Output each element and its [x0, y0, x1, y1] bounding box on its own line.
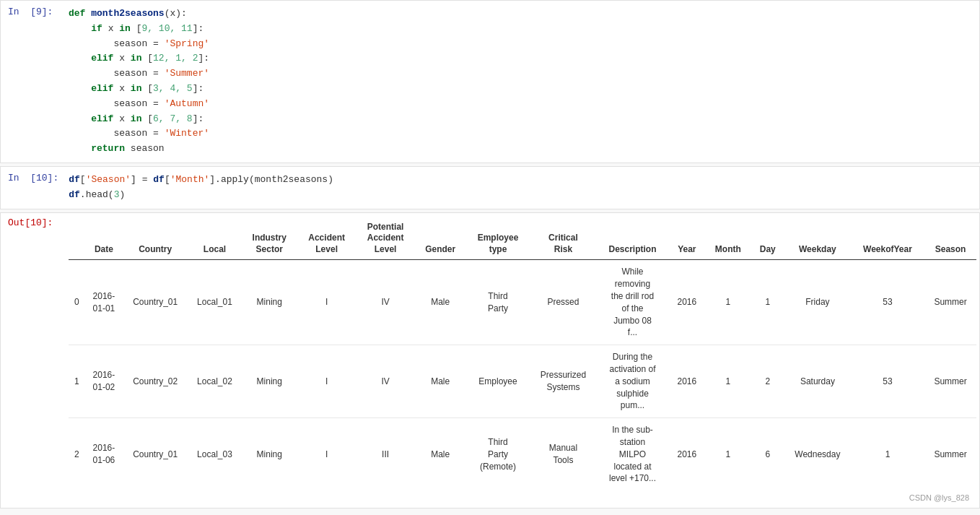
cell-critical: ManualTools: [530, 418, 596, 490]
cell-weekday: Saturday: [784, 345, 851, 418]
cell-industry: Mining: [242, 260, 297, 345]
notebook: In [9]: def month2seasons(x): if x in [9…: [0, 0, 980, 515]
col-header-critical: CriticalRisk: [530, 217, 596, 260]
cell-season: Summer: [924, 345, 976, 418]
col-header-year: Year: [669, 217, 706, 260]
col-header-description: Description: [596, 217, 668, 260]
cell-9: In [9]: def month2seasons(x): if x in [9…: [0, 0, 980, 163]
cell-weekofyear: 53: [851, 345, 924, 418]
cell-index: 1: [69, 345, 85, 418]
col-header-gender: Gender: [415, 217, 466, 260]
cell-weekofyear: 53: [851, 260, 924, 345]
code-line: season = 'Spring': [69, 37, 976, 52]
cell-9-input[interactable]: def month2seasons(x): if x in [9, 10, 11…: [66, 1, 979, 163]
cell-day: 6: [751, 418, 784, 490]
watermark: CSDN @lys_828: [69, 490, 976, 505]
col-header-weekday: Weekday: [784, 217, 851, 260]
cell-day: 2: [751, 345, 784, 418]
table-row: 0 2016-01-01 Country_01 Local_01 Mining …: [69, 260, 976, 345]
code-line: season = 'Summer': [69, 66, 976, 82]
col-header-industry: IndustrySector: [242, 217, 297, 260]
col-header-date: Date: [85, 217, 123, 260]
col-header-weekofyear: WeekofYear: [851, 217, 924, 260]
cell-industry: Mining: [242, 418, 297, 490]
cell-description: During theactivation ofa sodiumsulphidep…: [596, 345, 668, 418]
table-row: 2 2016-01-06 Country_01 Local_03 Mining …: [69, 418, 976, 490]
col-header-season: Season: [924, 217, 976, 260]
col-header-month: Month: [705, 217, 751, 260]
cell-weekofyear: 1: [851, 418, 924, 490]
cell-weekday: Wednesday: [784, 418, 851, 490]
code-line: season = 'Winter': [69, 126, 976, 142]
cell-local: Local_02: [188, 345, 241, 418]
cell-potential: III: [356, 418, 414, 490]
cell-date: 2016-01-02: [85, 345, 123, 418]
cell-gender: Male: [415, 260, 466, 345]
cell-description: In the sub-stationMILPOlocated atlevel +…: [596, 418, 668, 490]
cell-month: 1: [705, 260, 751, 345]
cell-season: Summer: [924, 260, 976, 345]
cell-description: Whileremovingthe drill rodof theJumbo 08…: [596, 260, 668, 345]
code-line: def month2seasons(x):: [69, 7, 976, 22]
data-table: Date Country Local IndustrySector Accide…: [69, 217, 976, 491]
cell-accident: I: [297, 345, 356, 418]
cell-9-prompt: In [9]:: [1, 1, 66, 23]
table-header-row: Date Country Local IndustrySector Accide…: [69, 217, 976, 260]
cell-accident: I: [297, 260, 356, 345]
col-header-potential: PotentialAccidentLevel: [356, 217, 414, 260]
code-line: df['Season'] = df['Month'].apply(month2s…: [69, 173, 976, 188]
col-header-local: Local: [188, 217, 241, 260]
cell-date: 2016-01-06: [85, 418, 123, 490]
cell-potential: IV: [356, 260, 414, 345]
cell-employee: ThirdParty: [466, 260, 530, 345]
output-area: Date Country Local IndustrySector Accide…: [66, 213, 979, 508]
cell-10-prompt: In [10]:: [1, 167, 66, 189]
cell-gender: Male: [415, 345, 466, 418]
cell-critical: Pressed: [530, 260, 596, 345]
output-label: Out[10]:: [1, 213, 66, 233]
code-line: elif x in [6, 7, 8]:: [69, 112, 976, 127]
cell-weekday: Friday: [784, 260, 851, 345]
cell-month: 1: [705, 345, 751, 418]
col-header-accident: AccidentLevel: [297, 217, 356, 260]
cell-year: 2016: [669, 260, 706, 345]
code-line: df.head(3): [69, 188, 976, 203]
col-header-country: Country: [123, 217, 188, 260]
cell-country: Country_01: [123, 418, 188, 490]
code-line: season = 'Autumn': [69, 97, 976, 112]
cell-month: 1: [705, 418, 751, 490]
col-header-index: [69, 217, 85, 260]
cell-local: Local_03: [188, 418, 241, 490]
cell-accident: I: [297, 418, 356, 490]
cell-local: Local_01: [188, 260, 241, 345]
code-line: return season: [69, 142, 976, 157]
cell-year: 2016: [669, 345, 706, 418]
table-row: 1 2016-01-02 Country_02 Local_02 Mining …: [69, 345, 976, 418]
output-cell: Out[10]: Date Country Local IndustrySect…: [0, 212, 980, 509]
cell-employee: Employee: [466, 345, 530, 418]
code-line: if x in [9, 10, 11]:: [69, 22, 976, 37]
cell-season: Summer: [924, 418, 976, 490]
cell-10-input[interactable]: df['Season'] = df['Month'].apply(month2s…: [66, 167, 979, 209]
col-header-day: Day: [751, 217, 784, 260]
cell-index: 2: [69, 418, 85, 490]
cell-country: Country_02: [123, 345, 188, 418]
code-line: elif x in [3, 4, 5]:: [69, 82, 976, 97]
code-line: elif x in [12, 1, 2]:: [69, 51, 976, 66]
cell-industry: Mining: [242, 345, 297, 418]
cell-employee: ThirdParty(Remote): [466, 418, 530, 490]
cell-country: Country_01: [123, 260, 188, 345]
col-header-employee: Employeetype: [466, 217, 530, 260]
cell-index: 0: [69, 260, 85, 345]
cell-10: In [10]: df['Season'] = df['Month'].appl…: [0, 166, 980, 209]
cell-date: 2016-01-01: [85, 260, 123, 345]
cell-critical: PressurizedSystems: [530, 345, 596, 418]
cell-day: 1: [751, 260, 784, 345]
cell-potential: IV: [356, 345, 414, 418]
cell-gender: Male: [415, 418, 466, 490]
cell-year: 2016: [669, 418, 706, 490]
